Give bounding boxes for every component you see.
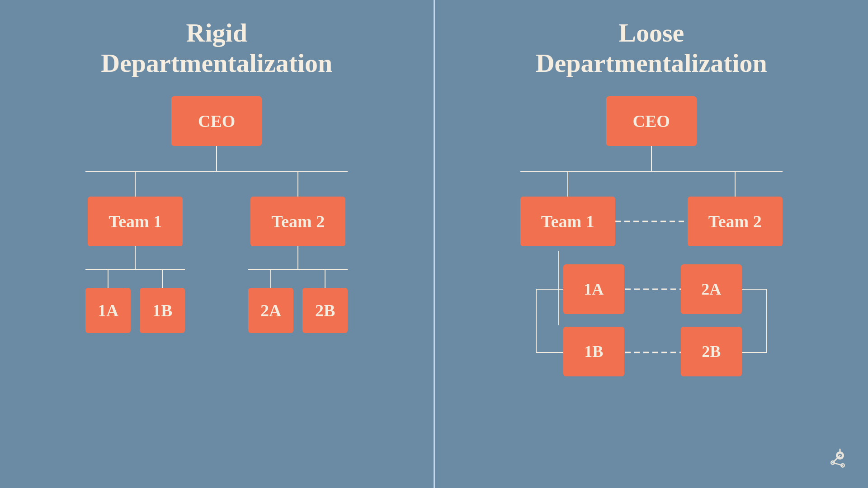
rigid-2b-box: 2B — [302, 288, 348, 333]
loose-2a-box: 2A — [681, 264, 742, 314]
loose-1b-box: 1B — [563, 327, 624, 376]
rigid-1b-box: 1B — [140, 288, 185, 333]
loose-team2-col: Team 2 — [688, 172, 783, 246]
loose-team2-box: Team 2 — [688, 197, 783, 246]
loose-teams-wrapper: Team 1 Team 2 — [520, 172, 783, 246]
rigid-teams-row: Team 1 1A 1B — [85, 172, 348, 333]
loose-team1-drop — [567, 172, 568, 197]
loose-ceo-box: CEO — [606, 96, 697, 146]
rigid-1a-col: 1A — [85, 270, 131, 333]
rigid-team1-drop — [135, 172, 136, 197]
rigid-team2-drop — [297, 172, 298, 197]
loose-2b-box: 2B — [681, 327, 742, 376]
loose-teams-row: Team 1 Team 2 — [520, 172, 783, 246]
rigid-ceo-box: CEO — [171, 96, 262, 146]
loose-1a-box: 1A — [563, 264, 624, 314]
rigid-team2-box: Team 2 — [250, 197, 345, 246]
rigid-team1-subline — [135, 246, 136, 269]
loose-sub-area: 1A 1B 2A 2B — [511, 251, 792, 377]
loose-ceo-connector — [651, 146, 652, 171]
rigid-title: Rigid Departmentalization — [101, 18, 332, 78]
rigid-2a-box: 2A — [248, 288, 293, 333]
rigid-1b-col: 1B — [140, 270, 185, 333]
rigid-2a-drop — [270, 270, 271, 288]
loose-diagram: CEO Team 1 Team 2 — [489, 96, 814, 377]
loose-half: Loose Departmentalization CEO Team 1 — [435, 0, 868, 488]
rigid-2a-col: 2A — [248, 270, 293, 333]
rigid-team1-subrow: 1A 1B — [85, 270, 185, 333]
loose-team1-box: Team 1 — [520, 197, 615, 246]
rigid-diagram: CEO Team 1 1A — [72, 96, 361, 333]
loose-team2-drop — [735, 172, 736, 197]
rigid-2b-col: 2B — [302, 270, 348, 333]
loose-team1-col: Team 1 — [520, 172, 615, 246]
rigid-team2-subline — [297, 246, 298, 269]
rigid-team2-subrow: 2A 2B — [248, 270, 348, 333]
rigid-1a-drop — [108, 270, 108, 288]
rigid-2b-drop — [325, 270, 326, 288]
rigid-team1-box: Team 1 — [88, 197, 183, 246]
hubspot-logo — [823, 446, 850, 474]
rigid-1a-box: 1A — [85, 288, 131, 333]
rigid-team2-col: Team 2 2A 2B — [248, 172, 348, 333]
rigid-1b-drop — [162, 270, 163, 288]
rigid-ceo-connector — [216, 146, 217, 171]
loose-connections-svg — [511, 251, 792, 377]
rigid-half: Rigid Departmentalization CEO Team 1 — [0, 0, 434, 488]
rigid-team1-col: Team 1 1A 1B — [85, 172, 185, 333]
loose-title: Loose Departmentalization — [536, 18, 767, 78]
